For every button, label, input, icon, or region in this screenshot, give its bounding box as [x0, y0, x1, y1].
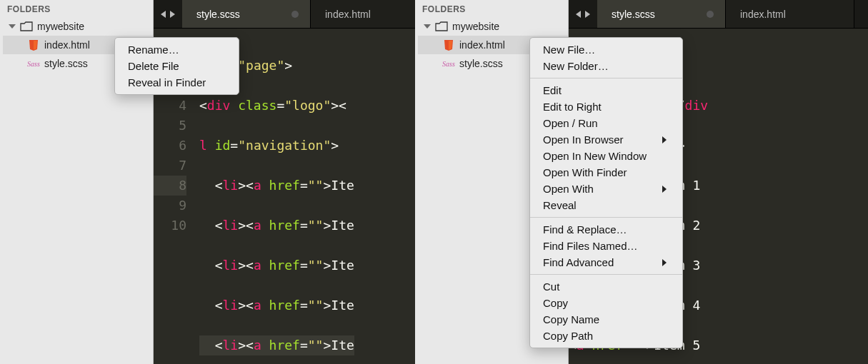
ctx-open-with[interactable]: Open With: [530, 181, 682, 197]
submenu-arrow-icon: [662, 136, 667, 143]
ctx-open-with-finder[interactable]: Open With Finder: [530, 164, 682, 181]
ctx-open-in-new-window[interactable]: Open In New Window: [530, 148, 682, 164]
ctx-separator: [530, 274, 682, 275]
folder-icon: [435, 21, 448, 32]
tree-folder-label: mywebsite: [37, 21, 84, 32]
ctx-copy-name[interactable]: Copy Name: [530, 311, 682, 328]
back-icon[interactable]: [161, 11, 166, 18]
tab-style[interactable]: style.scss: [182, 0, 311, 28]
ctx-delete-file[interactable]: Delete File: [115, 58, 239, 74]
tab-label: style.scss: [196, 9, 240, 20]
tab-bar: style.scss index.html: [569, 0, 868, 29]
sass-icon: Sass: [442, 58, 455, 69]
tree-file-label: style.scss: [459, 58, 503, 69]
context-menu-long: New File… New Folder… Edit Edit to Right…: [529, 37, 683, 348]
html5-icon: [442, 39, 455, 51]
tab-close-icon[interactable]: [707, 11, 714, 18]
ctx-separator: [530, 78, 682, 79]
context-menu-short: Rename… Delete File Reveal in Finder: [114, 37, 239, 95]
sidebar-header: FOLDERS: [415, 0, 568, 17]
tab-style[interactable]: style.scss: [597, 0, 726, 28]
tab-history-nav[interactable]: [154, 0, 182, 28]
ctx-separator: [530, 217, 682, 218]
ctx-copy-path[interactable]: Copy Path: [530, 328, 682, 344]
sass-icon: Sass: [27, 58, 40, 69]
back-icon[interactable]: [576, 11, 581, 18]
html5-icon: [27, 39, 40, 51]
tree-file-label: index.html: [44, 39, 90, 51]
tree-folder-root[interactable]: mywebsite: [3, 17, 153, 36]
tab-index[interactable]: index.html: [726, 0, 854, 28]
tab-label: index.html: [740, 9, 786, 20]
tab-history-nav[interactable]: [569, 0, 597, 28]
ctx-find-advanced[interactable]: Find Advanced: [530, 254, 682, 271]
ctx-cut[interactable]: Cut: [530, 278, 682, 295]
tab-label: style.scss: [612, 9, 655, 20]
ctx-reveal-in-finder[interactable]: Reveal in Finder: [115, 74, 239, 91]
tab-bar: style.scss index.html: [154, 0, 415, 29]
ctx-new-file[interactable]: New File…: [530, 41, 682, 58]
disclosure-triangle-icon[interactable]: [9, 24, 16, 29]
ctx-edit-to-right[interactable]: Edit to Right: [530, 98, 682, 115]
ctx-edit[interactable]: Edit: [530, 82, 682, 98]
ctx-open-run[interactable]: Open / Run: [530, 115, 682, 131]
submenu-arrow-icon: [662, 259, 667, 266]
ctx-find-replace[interactable]: Find & Replace…: [530, 221, 682, 238]
tree-file-label: style.scss: [44, 58, 88, 69]
submenu-arrow-icon: [662, 186, 667, 193]
tree-folder-label: mywebsite: [452, 21, 499, 32]
forward-icon[interactable]: [170, 11, 175, 18]
folder-icon: [20, 21, 33, 32]
disclosure-triangle-icon[interactable]: [424, 24, 431, 29]
ctx-new-folder[interactable]: New Folder…: [530, 58, 682, 74]
tab-label: index.html: [325, 9, 371, 20]
ctx-find-files-named[interactable]: Find Files Named…: [530, 238, 682, 254]
tree-file-label: index.html: [459, 39, 505, 51]
forward-icon[interactable]: [585, 11, 590, 18]
ctx-rename[interactable]: Rename…: [115, 41, 239, 58]
ctx-copy[interactable]: Copy: [530, 295, 682, 311]
tab-close-icon[interactable]: [291, 11, 299, 18]
ctx-reveal[interactable]: Reveal: [530, 197, 682, 213]
tree-folder-root[interactable]: mywebsite: [418, 17, 568, 36]
sidebar-header: FOLDERS: [0, 0, 153, 17]
ctx-open-in-browser[interactable]: Open In Browser: [530, 131, 682, 148]
